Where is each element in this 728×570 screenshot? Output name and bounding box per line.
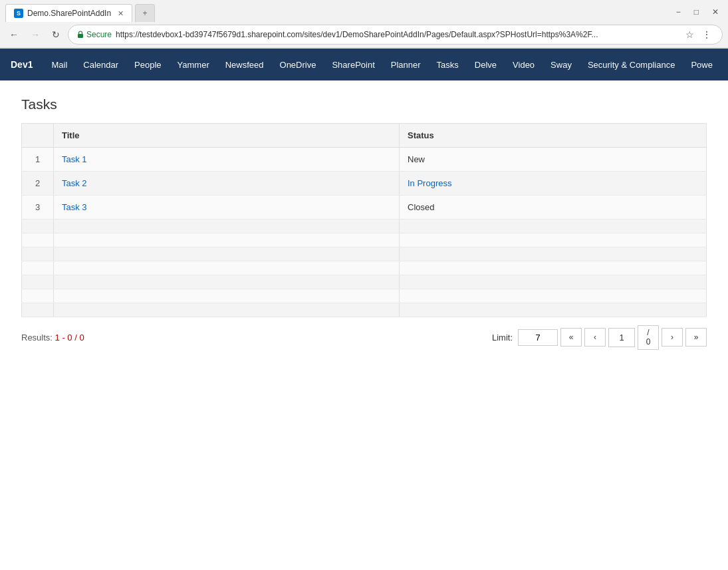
row-number: 3 <box>22 196 54 219</box>
row-number: 1 <box>22 148 54 172</box>
nav-item-mail[interactable]: Mail <box>43 49 75 80</box>
table-row <box>22 261 707 275</box>
more-button[interactable]: ⋮ <box>699 28 714 41</box>
row-status: In Progress <box>400 172 707 196</box>
task-title-link[interactable]: Task 2 <box>62 178 87 188</box>
row-title <box>54 219 400 233</box>
prev-page-button[interactable]: ‹ <box>584 328 606 347</box>
row-status <box>400 275 707 289</box>
limit-label: Limit: <box>492 333 513 343</box>
row-status <box>400 289 707 303</box>
browser-active-tab[interactable]: S Demo.SharePointAddIn ✕ <box>5 4 132 22</box>
row-status <box>400 219 707 233</box>
last-page-button[interactable]: » <box>685 328 707 347</box>
window-controls: − □ ✕ <box>672 6 723 21</box>
table-row <box>22 275 707 289</box>
next-page-button[interactable]: › <box>662 328 683 347</box>
nav-item-people[interactable]: People <box>126 49 169 80</box>
row-title <box>54 233 400 247</box>
row-title <box>54 247 400 261</box>
row-status <box>400 261 707 275</box>
nav-item-calendar[interactable]: Calendar <box>75 49 126 80</box>
row-number: 2 <box>22 172 54 196</box>
task-title-link[interactable]: Task 3 <box>62 202 87 212</box>
results-prefix: Results: <box>21 333 55 343</box>
row-number <box>22 233 54 247</box>
row-number <box>22 261 54 275</box>
url-text[interactable]: https://testdevbox1-bd39747f5679d1.share… <box>116 30 679 39</box>
address-bar: Secure https://testdevbox1-bd39747f5679d… <box>68 25 723 45</box>
table-row: 3Task 3Closed <box>22 196 707 219</box>
row-number <box>22 289 54 303</box>
table-row <box>22 233 707 247</box>
table-row <box>22 289 707 303</box>
row-title <box>54 289 400 303</box>
secure-badge: Secure <box>76 30 112 39</box>
row-number <box>22 275 54 289</box>
browser-new-tab[interactable]: + <box>135 4 155 22</box>
tab-favicon: S <box>14 9 23 18</box>
browser-toolbar: ← → ↻ Secure https://testdevbox1-bd39747… <box>0 22 728 48</box>
row-title <box>54 275 400 289</box>
lock-icon <box>76 31 84 39</box>
nav-item-onedrive[interactable]: OneDrive <box>272 49 324 80</box>
nav-item-power[interactable]: Powe <box>683 49 721 80</box>
nav-item-sway[interactable]: Sway <box>543 49 580 80</box>
nav-item-sharepoint[interactable]: SharePoint <box>324 49 382 80</box>
col-header-status: Status <box>400 124 707 148</box>
row-number <box>22 219 54 233</box>
nav-item-security-compliance[interactable]: Security & Compliance <box>580 49 683 80</box>
nav-item-newsfeed[interactable]: Newsfeed <box>217 49 272 80</box>
bookmark-button[interactable]: ☆ <box>683 28 697 41</box>
row-title[interactable]: Task 3 <box>54 196 400 219</box>
results-text: Results: 1 - 0 / 0 <box>21 333 84 343</box>
o365-navbar: Dev1 Mail Calendar People Yammer Newsfee… <box>0 49 728 80</box>
window-close-button[interactable]: ✕ <box>708 6 723 18</box>
row-number <box>22 303 54 317</box>
pagination-area: Limit: « ‹ 1 /0 › » <box>492 325 707 350</box>
row-title <box>54 303 400 317</box>
back-button[interactable]: ← <box>5 27 23 43</box>
first-page-button[interactable]: « <box>560 328 582 347</box>
o365-nav-items: Mail Calendar People Yammer Newsfeed One… <box>43 49 720 80</box>
col-header-num <box>22 124 54 148</box>
page-separator: / <box>647 328 649 337</box>
tab-title: Demo.SharePointAddIn <box>27 9 111 18</box>
row-status: New <box>400 148 707 172</box>
table-footer: Results: 1 - 0 / 0 Limit: « ‹ 1 /0 › » <box>21 325 707 350</box>
nav-item-yammer[interactable]: Yammer <box>170 49 217 80</box>
nav-item-delve[interactable]: Delve <box>467 49 505 80</box>
nav-item-planner[interactable]: Planner <box>383 49 429 80</box>
row-status <box>400 247 707 261</box>
secure-label: Secure <box>86 30 112 39</box>
table-row: 2Task 2In Progress <box>22 172 707 196</box>
browser-chrome: S Demo.SharePointAddIn ✕ + − □ ✕ ← → ↻ S… <box>0 0 728 49</box>
page-title: Tasks <box>21 96 707 112</box>
table-row <box>22 219 707 233</box>
page-content: Tasks Title Status 1Task 1New2Task 2In P… <box>0 80 728 480</box>
browser-title-bar: S Demo.SharePointAddIn ✕ + − □ ✕ <box>0 0 728 22</box>
window-minimize-button[interactable]: − <box>672 6 685 18</box>
col-header-title: Title <box>54 124 400 148</box>
results-range: 1 - 0 / 0 <box>55 333 84 343</box>
nav-item-tasks[interactable]: Tasks <box>429 49 467 80</box>
table-row <box>22 303 707 317</box>
row-status <box>400 303 707 317</box>
table-header-row: Title Status <box>22 124 707 148</box>
window-restore-button[interactable]: □ <box>690 6 703 18</box>
row-title[interactable]: Task 1 <box>54 148 400 172</box>
table-row: 1Task 1New <box>22 148 707 172</box>
row-title[interactable]: Task 2 <box>54 172 400 196</box>
tasks-table: Title Status 1Task 1New2Task 2In Progres… <box>21 123 707 317</box>
table-row <box>22 247 707 261</box>
current-page: 1 <box>608 328 635 347</box>
page-separator-total: /0 <box>638 325 659 350</box>
refresh-button[interactable]: ↻ <box>48 27 64 43</box>
nav-item-video[interactable]: Video <box>505 49 543 80</box>
forward-button[interactable]: → <box>27 27 44 43</box>
site-name[interactable]: Dev1 <box>0 59 43 70</box>
tab-close-button[interactable]: ✕ <box>118 9 124 18</box>
row-status <box>400 233 707 247</box>
limit-input[interactable] <box>518 329 558 346</box>
task-title-link[interactable]: Task 1 <box>62 154 87 164</box>
